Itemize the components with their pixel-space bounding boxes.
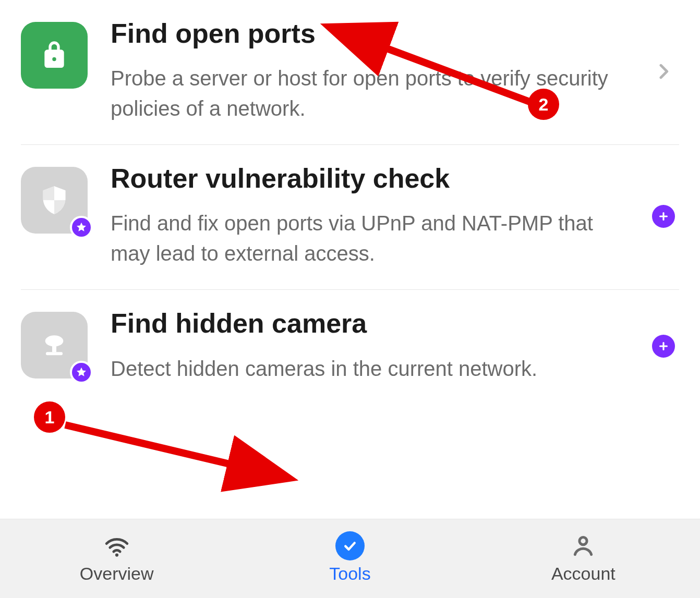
- tool-text: Router vulnerability check Find and fix …: [88, 164, 648, 269]
- svg-point-7: [115, 554, 118, 557]
- nav-label: Overview: [80, 564, 154, 584]
- annotation-badge-2: 2: [528, 89, 559, 120]
- tool-desc: Probe a server or host for open ports to…: [111, 63, 637, 124]
- shield-icon: [21, 167, 88, 234]
- camera-icon: [21, 312, 88, 379]
- premium-star-badge: [70, 216, 93, 239]
- lock-icon: [21, 22, 88, 89]
- tool-desc: Find and fix open ports via UPnP and NAT…: [111, 208, 637, 269]
- tool-title: Router vulnerability check: [111, 164, 637, 193]
- tool-title: Find open ports: [111, 19, 637, 48]
- svg-line-11: [65, 425, 284, 477]
- plus-icon: [652, 205, 675, 228]
- tool-item-find-hidden-camera[interactable]: Find hidden camera Detect hidden cameras…: [21, 290, 679, 404]
- nav-label: Account: [551, 564, 615, 584]
- shield-icon-svg: [38, 184, 71, 217]
- bottom-nav: Overview Tools Account: [0, 519, 700, 598]
- nav-tools[interactable]: Tools: [233, 519, 466, 598]
- camera-icon-svg: [38, 328, 71, 362]
- nav-account[interactable]: Account: [467, 519, 700, 598]
- wifi-icon: [102, 533, 131, 558]
- svg-point-2: [45, 336, 64, 347]
- svg-rect-3: [52, 345, 56, 352]
- tool-item-find-open-ports[interactable]: Find open ports Probe a server or host f…: [21, 0, 679, 145]
- tool-desc: Detect hidden cameras in the current net…: [111, 353, 637, 384]
- tools-list: Find open ports Probe a server or host f…: [0, 0, 700, 405]
- annotation-badge-1: 1: [34, 401, 65, 433]
- lock-icon-svg: [38, 39, 71, 72]
- add-premium-button[interactable]: [648, 205, 679, 228]
- tool-text: Find open ports Probe a server or host f…: [88, 19, 648, 124]
- person-icon: [570, 533, 596, 558]
- tool-text: Find hidden camera Detect hidden cameras…: [88, 309, 648, 383]
- tool-item-router-vulnerability-check[interactable]: Router vulnerability check Find and fix …: [21, 145, 679, 290]
- nav-label: Tools: [329, 564, 370, 584]
- add-premium-button[interactable]: [648, 335, 679, 358]
- svg-rect-4: [46, 352, 63, 356]
- check-circle-icon: [335, 533, 365, 558]
- svg-point-8: [580, 538, 587, 545]
- plus-icon: [652, 335, 675, 358]
- star-icon: [76, 222, 87, 233]
- star-icon: [76, 367, 87, 378]
- tool-title: Find hidden camera: [111, 309, 637, 338]
- chevron-right-icon[interactable]: [648, 61, 679, 82]
- nav-overview[interactable]: Overview: [0, 519, 233, 598]
